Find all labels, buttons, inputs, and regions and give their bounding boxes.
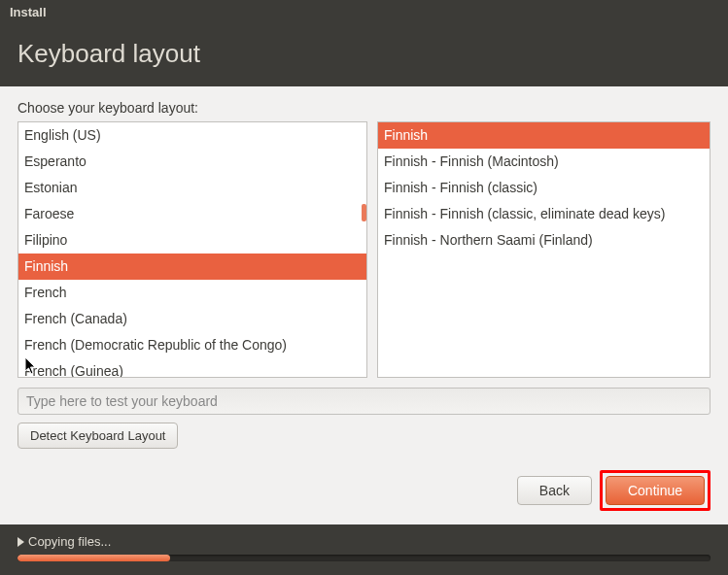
scrollbar-thumb[interactable] <box>362 204 366 221</box>
language-list-item[interactable]: French (Canada) <box>18 306 366 332</box>
prompt-label: Choose your keyboard layout: <box>17 100 711 116</box>
window-title: Install <box>10 5 47 19</box>
variant-listbox[interactable]: FinnishFinnish - Finnish (Macintosh)Finn… <box>377 121 711 378</box>
back-button[interactable]: Back <box>517 476 592 505</box>
continue-highlight: Continue <box>600 470 711 511</box>
language-list-item[interactable]: Estonian <box>18 175 366 201</box>
language-list-item[interactable]: Faroese <box>18 201 366 227</box>
variant-list-item[interactable]: Finnish <box>378 122 710 149</box>
language-list-item[interactable]: French <box>18 280 366 306</box>
status-text: Copying files... <box>28 534 111 549</box>
window-titlebar: Install <box>0 0 728 27</box>
page-header: Keyboard layout <box>0 27 728 86</box>
language-list-item[interactable]: Esperanto <box>18 149 366 175</box>
language-listbox[interactable]: English (US)EsperantoEstonianFaroeseFili… <box>17 121 367 378</box>
detect-layout-button[interactable]: Detect Keyboard Layout <box>17 423 178 449</box>
page-title: Keyboard layout <box>17 39 711 69</box>
keyboard-test-input[interactable] <box>17 388 711 415</box>
footer: Copying files... <box>0 524 728 575</box>
content-area: Choose your keyboard layout: English (US… <box>0 86 728 521</box>
progress-fill <box>17 555 170 561</box>
progress-bar <box>17 555 711 561</box>
layout-lists: English (US)EsperantoEstonianFaroeseFili… <box>17 121 711 378</box>
variant-list-item[interactable]: Finnish - Finnish (Macintosh) <box>378 149 710 175</box>
status-row[interactable]: Copying files... <box>17 534 711 549</box>
variant-list-item[interactable]: Finnish - Finnish (classic) <box>378 175 710 201</box>
language-list-item[interactable]: English (US) <box>18 122 366 149</box>
language-list-item[interactable]: Finnish <box>18 254 366 280</box>
language-list-item[interactable]: Filipino <box>18 227 366 254</box>
variant-list-item[interactable]: Finnish - Finnish (classic, eliminate de… <box>378 201 710 227</box>
variant-list-item[interactable]: Finnish - Northern Saami (Finland) <box>378 227 710 254</box>
language-list-item[interactable]: French (Guinea) <box>18 358 366 378</box>
nav-buttons: Back Continue <box>17 470 711 511</box>
continue-button[interactable]: Continue <box>606 476 705 505</box>
language-list-item[interactable]: French (Democratic Republic of the Congo… <box>18 332 366 358</box>
expand-icon <box>17 537 24 547</box>
